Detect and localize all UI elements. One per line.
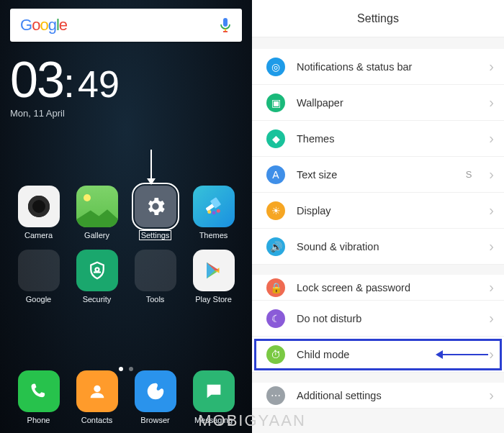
row-label: Wallpaper [297, 97, 477, 109]
row-themes[interactable]: ◆ Themes › [252, 121, 504, 157]
contacts-icon [76, 370, 118, 412]
bell-icon: ◎ [266, 58, 285, 76]
row-label: Notifications & status bar [297, 61, 477, 73]
app-label: Themes [199, 231, 228, 240]
chevron-right-icon: › [489, 166, 494, 183]
chevron-right-icon: › [489, 279, 494, 296]
app-camera[interactable]: Camera [13, 186, 64, 240]
row-sound[interactable]: 🔊 Sound & vibration › [252, 229, 504, 265]
svg-point-8 [95, 268, 99, 271]
chevron-right-icon: › [489, 202, 494, 219]
svg-point-5 [207, 210, 211, 214]
row-notifications[interactable]: ◎ Notifications & status bar › [252, 49, 504, 85]
row-additional-settings[interactable]: ⋯ Additional settings › [252, 373, 504, 409]
app-label: Contacts [81, 416, 112, 424]
app-grid: Camera Gallery Settings Themes [0, 186, 252, 304]
app-themes[interactable]: Themes [188, 186, 239, 240]
row-wallpaper[interactable]: ▣ Wallpaper › [252, 85, 504, 121]
messaging-icon [193, 370, 235, 412]
text-size-icon: A [266, 165, 285, 184]
app-settings[interactable]: Settings [130, 186, 181, 240]
app-label: Google [26, 295, 51, 304]
dots-icon: ⋯ [266, 386, 285, 405]
phone-icon [18, 370, 60, 412]
app-label: Browser [140, 416, 169, 424]
clock-icon: ⏱ [266, 345, 285, 364]
dock-messaging[interactable]: Messaging [188, 370, 239, 424]
app-folder-tools[interactable]: Tools [130, 250, 181, 304]
svg-point-7 [216, 209, 220, 213]
app-label: Camera [24, 231, 53, 240]
row-label: Text size [297, 169, 454, 181]
chevron-right-icon: › [489, 94, 494, 111]
image-icon: ▣ [266, 94, 285, 112]
svg-point-10 [94, 386, 100, 392]
app-label: Settings [140, 231, 171, 240]
home-screen: Google 03 : 49 Mon, 11 April Camera Gall… [0, 0, 252, 433]
chevron-right-icon: › [489, 310, 494, 327]
camera-icon [18, 186, 60, 227]
svg-point-6 [212, 211, 215, 214]
clock-widget[interactable]: 03 : 49 [10, 55, 242, 105]
svg-rect-0 [223, 18, 228, 27]
chevron-right-icon: › [489, 387, 494, 404]
google-logo: Google [20, 16, 67, 35]
gallery-icon [76, 186, 118, 227]
app-label: Gallery [84, 231, 109, 240]
clock-hour: 03 [10, 55, 63, 105]
row-label: Display [297, 205, 477, 216]
row-text-size[interactable]: A Text size S › [252, 157, 504, 193]
row-label: Do not disturb [297, 313, 477, 324]
mic-icon[interactable] [219, 17, 232, 34]
dock-phone[interactable]: Phone [13, 370, 64, 424]
app-gallery[interactable]: Gallery [71, 186, 122, 240]
text-size-value: S [466, 169, 472, 180]
security-icon [76, 250, 118, 291]
moon-icon: ☾ [266, 309, 285, 328]
app-label: Play Store [195, 295, 232, 304]
folder-icon [135, 250, 176, 291]
date-line: Mon, 11 April [10, 108, 242, 119]
settings-screen: Settings ◎ Notifications & status bar › … [252, 0, 504, 433]
palette-icon: ◆ [266, 129, 285, 148]
google-search-bar[interactable]: Google [10, 9, 242, 42]
settings-list: ◎ Notifications & status bar › ▣ Wallpap… [252, 49, 504, 409]
row-display[interactable]: ☀ Display › [252, 193, 504, 229]
app-label: Phone [27, 416, 50, 424]
clock-colon: : [63, 62, 75, 104]
chevron-right-icon: › [489, 130, 494, 147]
clock-min: 49 [78, 65, 120, 103]
display-icon: ☀ [266, 201, 285, 220]
app-security[interactable]: Security [71, 250, 122, 304]
settings-header: Settings [252, 0, 504, 37]
row-label: Lock screen & password [297, 282, 477, 293]
lock-icon: 🔒 [266, 278, 285, 297]
dock-contacts[interactable]: Contacts [71, 370, 122, 424]
row-child-mode[interactable]: ⏱ Child mode › [252, 337, 504, 373]
settings-icon [135, 186, 176, 227]
chevron-right-icon: › [489, 58, 494, 75]
app-label: Tools [146, 295, 165, 304]
browser-icon [135, 370, 176, 412]
sound-icon: 🔊 [266, 237, 285, 256]
app-folder-google[interactable]: Google [13, 250, 64, 304]
row-label: Themes [297, 133, 477, 145]
dock-browser[interactable]: Browser [130, 370, 181, 424]
app-label: Security [83, 295, 112, 304]
chevron-right-icon: › [489, 346, 494, 363]
app-playstore[interactable]: Play Store [188, 250, 239, 304]
folder-icon [18, 250, 60, 291]
annotation-arrow-left [442, 354, 488, 355]
playstore-icon [193, 250, 235, 291]
row-dnd[interactable]: ☾ Do not disturb › [252, 301, 504, 337]
chevron-right-icon: › [489, 238, 494, 255]
settings-title: Settings [357, 12, 399, 25]
app-label: Messaging [194, 416, 233, 424]
dock: Phone Contacts Browser Messaging [0, 370, 252, 424]
themes-icon [193, 186, 235, 227]
row-label: Sound & vibration [297, 241, 477, 252]
annotation-arrow-down [147, 150, 156, 185]
row-lock[interactable]: 🔒 Lock screen & password › [252, 265, 504, 301]
row-label: Additional settings [297, 390, 477, 401]
